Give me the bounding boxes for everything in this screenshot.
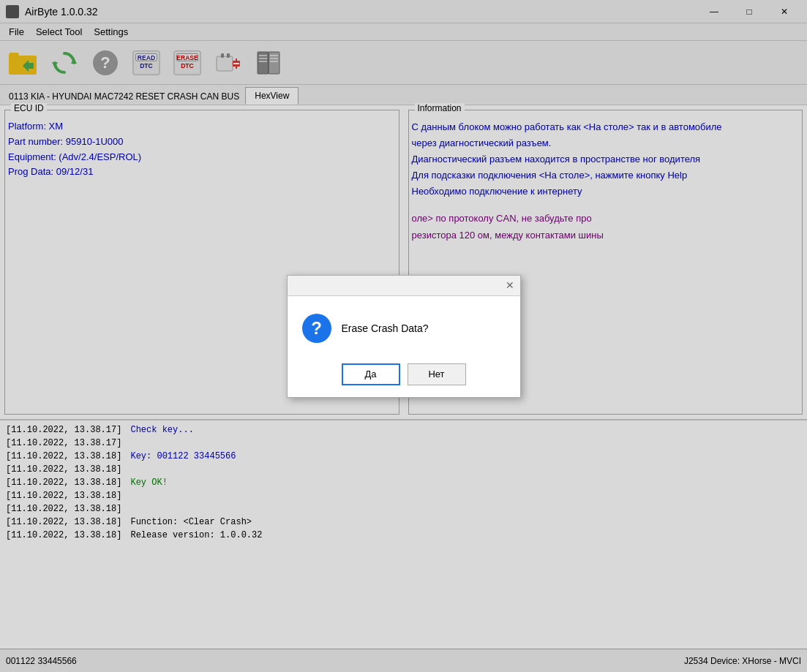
- dialog-overlay: ✕ ? Erase Crash Data? Да Нет: [0, 0, 807, 672]
- dialog-buttons: Да Нет: [302, 363, 506, 385]
- dialog-title-bar: ✕: [288, 276, 520, 296]
- dialog-box: ✕ ? Erase Crash Data? Да Нет: [287, 275, 521, 398]
- question-icon: ?: [302, 314, 331, 343]
- dialog-close-button[interactable]: ✕: [503, 278, 517, 292]
- dialog-icon-row: ? Erase Crash Data?: [302, 314, 506, 343]
- dialog-body: ? Erase Crash Data? Да Нет: [288, 296, 520, 397]
- dialog-message: Erase Crash Data?: [342, 322, 429, 334]
- dialog-no-button[interactable]: Нет: [408, 363, 466, 385]
- dialog-yes-button[interactable]: Да: [342, 363, 400, 385]
